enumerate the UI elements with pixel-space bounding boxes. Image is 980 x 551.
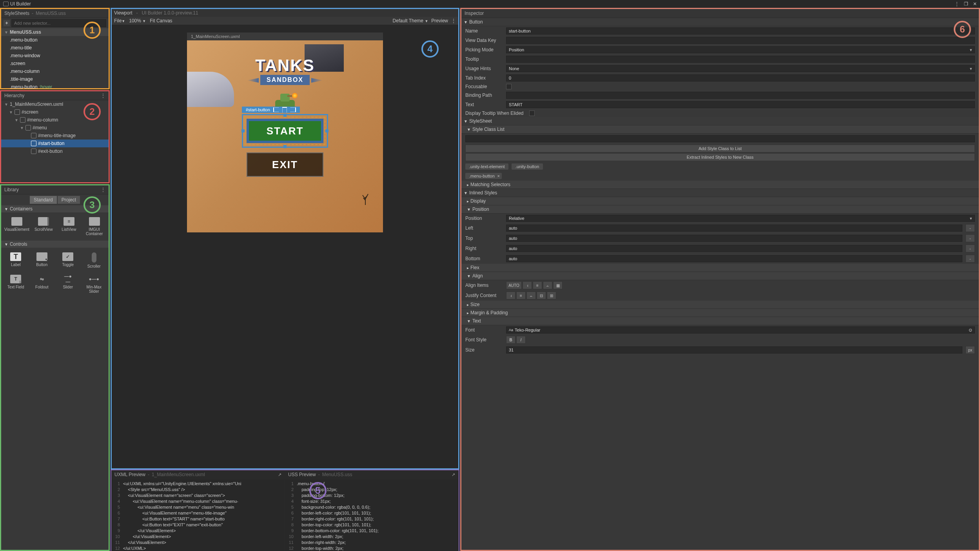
game-canvas[interactable]: TANKS SANDBOX #start-button — [187, 40, 383, 232]
justify-end-button[interactable]: ⫠ — [526, 292, 536, 299]
popout-icon[interactable]: ↗ — [452, 472, 455, 477]
insp-margin-header[interactable]: ▸Margin & Padding — [461, 309, 979, 317]
lib-scrollview[interactable]: ScrollView — [32, 215, 56, 238]
fontsize-field[interactable] — [506, 346, 962, 353]
unit-toggle[interactable]: - — [965, 234, 975, 242]
displaytooltip-checkbox[interactable] — [529, 111, 535, 116]
popout-icon[interactable]: ↗ — [278, 472, 281, 477]
right-field[interactable] — [506, 245, 962, 252]
add-class-button[interactable]: Add Style Class to List — [465, 145, 975, 152]
theme-dropdown[interactable]: Default Theme ▼ — [393, 18, 428, 24]
class-input[interactable] — [465, 135, 975, 142]
lib-slider[interactable]: —●—Slider — [56, 272, 80, 296]
lib-visualelement[interactable]: VisualElement — [4, 215, 30, 238]
bold-button[interactable]: B — [506, 336, 515, 344]
lib-button[interactable]: ↖Button — [30, 250, 54, 271]
align-end-button[interactable]: ⫠ — [543, 281, 552, 289]
close-icon[interactable]: ✕ — [973, 1, 977, 7]
panel-menu-icon[interactable]: ⋮ — [101, 93, 105, 98]
focusable-checkbox[interactable] — [506, 84, 512, 89]
left-field[interactable] — [506, 225, 962, 232]
hierarchy-node[interactable]: ▼#menu — [1, 124, 109, 132]
insp-stylesheet-header[interactable]: ▼StyleSheet — [461, 117, 979, 125]
align-auto-button[interactable]: AUTO — [506, 281, 522, 289]
justify-center-button[interactable]: ≡ — [516, 292, 526, 299]
canvas-area[interactable]: 1_MainMenuScreen.uxml TANKS SANDBOX — [112, 25, 458, 468]
maximize-icon[interactable]: ❐ — [964, 1, 968, 7]
panel-menu-icon[interactable]: ⋮ — [101, 187, 105, 192]
lib-minmax-slider[interactable]: ●—●Min-Max Slider — [82, 272, 107, 296]
tooltip-field[interactable] — [506, 56, 975, 63]
hierarchy-node[interactable]: #exit-button — [1, 147, 109, 155]
class-chip[interactable]: .menu-button — [465, 173, 502, 179]
class-chip[interactable]: .unity-button — [512, 163, 543, 170]
justify-between-button[interactable]: ⊟ — [537, 292, 546, 299]
lib-textfield[interactable]: T|Text Field — [4, 272, 28, 296]
font-picker-icon[interactable]: ⊙ — [969, 328, 972, 333]
fit-canvas-button[interactable]: Fit Canvas — [150, 18, 172, 24]
hierarchy-node-selected[interactable]: #start-button — [1, 140, 109, 147]
unit-toggle[interactable]: - — [965, 255, 975, 263]
controls-header[interactable]: ▼Controls — [1, 241, 109, 248]
lib-imgui[interactable]: IMGUI Container — [82, 215, 106, 238]
insp-align-header[interactable]: ▼Align — [461, 272, 979, 280]
insp-text-header[interactable]: ▼Text — [461, 317, 979, 325]
justify-start-button[interactable]: ⫞ — [506, 292, 515, 299]
align-stretch-button[interactable]: ▦ — [553, 281, 563, 289]
flex-icon[interactable] — [273, 107, 279, 112]
font-field[interactable]: AaTeko-Regular ⊙ — [506, 326, 975, 334]
selection-outline[interactable]: #start-button START — [242, 114, 328, 148]
lib-foldout[interactable]: ⇋Foldout — [30, 272, 54, 296]
unit-toggle[interactable]: - — [965, 224, 975, 232]
text-field[interactable] — [506, 101, 975, 108]
viewdatakey-field[interactable] — [506, 37, 975, 44]
selector-row[interactable]: .screen — [1, 60, 109, 67]
more-icon[interactable]: ⋮ — [955, 1, 959, 7]
selector-row[interactable]: .menu-title — [1, 44, 109, 52]
file-menu[interactable]: File▼ — [114, 18, 125, 24]
tab-standard[interactable]: Standard — [30, 196, 57, 204]
align-start-button[interactable]: ⫞ — [523, 281, 532, 289]
exit-button-preview[interactable]: EXIT — [247, 152, 323, 177]
align-center-button[interactable]: ≡ — [533, 281, 542, 289]
insp-matching-header[interactable]: ▸Matching Selectors — [461, 181, 979, 189]
top-field[interactable] — [506, 235, 962, 242]
tabindex-field[interactable] — [506, 74, 975, 82]
lib-toggle[interactable]: ✓Toggle — [56, 250, 80, 271]
usagehints-dropdown[interactable]: None — [506, 65, 975, 72]
selector-row[interactable]: .menu-column — [1, 67, 109, 75]
lib-listview[interactable]: ≡ListView — [57, 215, 81, 238]
selector-row[interactable]: .menu-window — [1, 52, 109, 60]
bottom-field[interactable] — [506, 255, 962, 262]
insp-position-header[interactable]: ▼Position — [461, 205, 979, 214]
uxml-code[interactable]: 1<ui:UXML xmlns:ui="UnityEngine.UIElemen… — [111, 479, 285, 551]
extract-styles-button[interactable]: Extract Inlined Styles to New Class — [465, 153, 975, 161]
position-dropdown[interactable]: Relative — [506, 215, 975, 222]
window-controls[interactable]: ⋮ ❐ ✕ — [955, 1, 977, 7]
insp-size-header[interactable]: ▸Size — [461, 301, 979, 309]
lib-label[interactable]: TLabel — [4, 250, 28, 271]
bindingpath-field[interactable] — [506, 92, 975, 99]
panel-menu-icon[interactable]: ⋮ — [451, 18, 456, 24]
hierarchy-node[interactable]: #menu-title-image — [1, 132, 109, 140]
unit-toggle[interactable]: px — [965, 346, 975, 354]
name-field[interactable] — [506, 27, 975, 34]
selector-row[interactable]: .title-image — [1, 75, 109, 83]
insp-flex-header[interactable]: ▸Flex — [461, 264, 979, 272]
insp-type-header[interactable]: ▼Button — [461, 18, 979, 26]
insp-display-header[interactable]: ▸Display — [461, 197, 979, 205]
insp-inlined-header[interactable]: ▼Inlined Styles — [461, 189, 979, 197]
start-button-preview[interactable]: START — [247, 119, 323, 143]
zoom-dropdown[interactable]: 100% ▼ — [129, 18, 146, 24]
justify-around-button[interactable]: ⊞ — [547, 292, 556, 299]
flex-icon[interactable] — [290, 107, 296, 112]
flex-icon[interactable] — [282, 107, 287, 112]
class-chip[interactable]: .unity-text-element — [465, 163, 508, 170]
selector-row[interactable]: .menu-button:hover — [1, 83, 109, 91]
insp-classlist-header[interactable]: ▼Style Class List — [461, 125, 979, 134]
add-selector-button[interactable]: + — [4, 20, 10, 26]
lib-scroller[interactable]: Scroller — [82, 250, 107, 271]
unit-toggle[interactable]: - — [965, 245, 975, 252]
tab-project[interactable]: Project — [58, 196, 80, 204]
pickingmode-dropdown[interactable]: Position — [506, 46, 975, 53]
